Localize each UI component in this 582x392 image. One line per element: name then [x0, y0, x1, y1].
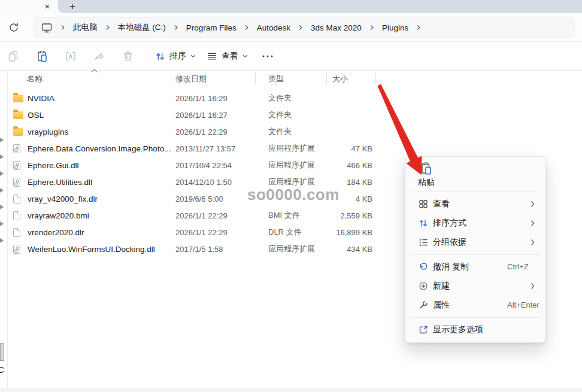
tree-expand-icon[interactable]	[0, 205, 4, 209]
menu-item-undo-copy[interactable]: 撤消 复制 Ctrl+Z	[408, 257, 543, 276]
column-header-row: 名称 修改日期 类型 大小	[0, 71, 582, 86]
file-row[interactable]: vrayplugins 2026/1/1 22:29 文件夹	[8, 123, 372, 140]
file-name: vray_v42000_fix.dlr	[28, 195, 171, 203]
breadcrumb-chevron-icon	[244, 25, 249, 31]
generic-file-icon	[13, 195, 20, 203]
menu-item-label: 查看	[433, 199, 450, 209]
folder-icon	[13, 111, 23, 119]
menu-item-new[interactable]: 新建	[408, 276, 543, 296]
file-row[interactable]: WeifenLuo.WinFormsUI.Docking.dll 2017/1/…	[8, 241, 372, 257]
sort-dropdown-button[interactable]: 排序	[150, 45, 201, 67]
file-name: vrayraw2020.bmi	[28, 211, 171, 220]
breadcrumb-autodesk[interactable]: Autodesk	[257, 23, 290, 32]
file-row[interactable]: NVIDIA 2026/1/1 16:29 文件夹	[8, 90, 372, 107]
status-bar-edge	[0, 388, 582, 392]
file-row[interactable]: Ephere.Data.Conversion.Image.Photo... 20…	[8, 140, 372, 157]
new-tab-button[interactable]: +	[66, 0, 79, 13]
menu-item-group-by[interactable]: 分组依据	[408, 233, 543, 252]
sort-arrows-icon	[419, 218, 428, 228]
sort-ascending-caret-icon	[90, 68, 98, 73]
column-header-name[interactable]: 名称	[27, 74, 43, 84]
file-date: 2026/1/1 22:29	[171, 211, 264, 220]
menu-item-label: 粘贴	[418, 177, 435, 188]
tree-expand-icon[interactable]	[0, 221, 4, 226]
dll-file-icon	[13, 245, 20, 254]
show-more-options-icon	[419, 325, 428, 335]
file-date: 2013/11/27 13:57	[171, 144, 264, 153]
column-header-date-modified[interactable]: 修改日期	[175, 74, 207, 84]
column-header-type[interactable]: 类型	[268, 74, 284, 84]
submenu-chevron-icon	[531, 200, 535, 208]
file-size: 466 KB	[336, 161, 372, 170]
file-row[interactable]: Ephere.Gui.dll 2017/10/4 22:54 应用程序扩展 46…	[8, 157, 372, 174]
file-type: 应用程序扩展	[264, 244, 336, 254]
tab-strip: × +	[0, 0, 582, 13]
generic-file-icon	[13, 211, 20, 220]
file-type: 应用程序扩展	[264, 143, 336, 154]
file-row[interactable]: vrayraw2020.bmi 2026/1/1 22:29 BMI 文件 2,…	[8, 207, 372, 224]
paste-button[interactable]	[31, 45, 53, 67]
menu-separator	[411, 317, 540, 318]
breadcrumb-this-pc[interactable]: 此电脑	[73, 22, 98, 33]
menu-item-paste[interactable]: 粘贴	[408, 159, 543, 189]
wrench-icon	[419, 300, 428, 310]
breadcrumb-local-disk-c[interactable]: 本地磁盘 (C:)	[118, 22, 166, 33]
file-size: 4 KB	[336, 195, 372, 203]
dll-file-icon	[13, 144, 20, 153]
scrollbar-thumb[interactable]	[0, 343, 4, 361]
tree-expand-icon[interactable]	[0, 238, 4, 243]
view-lines-icon	[207, 51, 217, 62]
file-name: WeifenLuo.WinFormsUI.Docking.dll	[28, 245, 171, 254]
file-list: NVIDIA 2026/1/1 16:29 文件夹 OSL 2026/1/1 1…	[8, 90, 372, 257]
tree-expand-icon[interactable]	[0, 138, 4, 142]
breadcrumb-3ds-max-2020[interactable]: 3ds Max 2020	[311, 23, 362, 32]
menu-item-show-more-options[interactable]: 显示更多选项	[408, 320, 543, 339]
file-row[interactable]: OSL 2026/1/1 16:27 文件夹	[8, 107, 372, 123]
refresh-icon[interactable]	[8, 22, 20, 34]
copy-button[interactable]	[2, 45, 24, 67]
file-type: 文件夹	[264, 126, 336, 137]
breadcrumb-program-files[interactable]: Program Files	[186, 23, 237, 32]
menu-item-properties[interactable]: 属性 Alt+Enter	[408, 296, 543, 315]
view-button-label: 查看	[222, 51, 238, 62]
command-toolbar: 排序 查看	[0, 42, 582, 71]
file-type: DLR 文件	[264, 227, 336, 238]
rename-button[interactable]	[60, 45, 81, 67]
file-size: 16,899 KB	[336, 228, 372, 237]
view-dropdown-button[interactable]: 查看	[201, 45, 253, 67]
file-explorer-window: × + 此电脑 本地磁盘 (C:) Program Files Autodesk…	[0, 0, 582, 392]
tree-expand-icon[interactable]	[0, 154, 4, 159]
share-button[interactable]	[89, 45, 110, 67]
file-name: NVIDIA	[28, 94, 171, 103]
this-pc-icon	[41, 22, 53, 34]
column-header-size[interactable]: 大小	[332, 74, 348, 84]
more-options-button[interactable]	[256, 45, 280, 67]
rename-icon	[65, 50, 77, 62]
menu-shortcut: Ctrl+Z	[507, 262, 529, 271]
file-date: 2017/1/5 1:58	[171, 245, 264, 254]
new-plus-icon	[419, 281, 428, 291]
file-date: 2026/1/1 22:29	[171, 228, 264, 237]
dll-file-icon	[13, 161, 20, 170]
address-bar[interactable]: 此电脑 本地磁盘 (C:) Program Files Autodesk 3ds…	[33, 17, 575, 38]
tree-expand-icon[interactable]	[0, 188, 4, 193]
menu-item-sort-by[interactable]: 排序方式	[408, 214, 543, 233]
menu-separator	[411, 254, 540, 255]
breadcrumb-plugins[interactable]: Plugins	[382, 23, 408, 32]
menu-item-view[interactable]: 查看	[408, 195, 543, 214]
submenu-chevron-icon	[531, 220, 535, 227]
delete-button[interactable]	[117, 45, 139, 67]
file-date: 2017/10/4 22:54	[171, 161, 264, 170]
file-date: 2026/1/1 16:29	[171, 94, 264, 103]
tree-expand-icon[interactable]	[0, 171, 4, 176]
breadcrumb-chevron-icon	[60, 25, 65, 31]
submenu-chevron-icon	[531, 239, 535, 246]
generic-file-icon	[13, 228, 20, 237]
tab-close-icon[interactable]: ×	[41, 1, 53, 13]
file-row[interactable]: vrender2020.dlr 2026/1/1 22:29 DLR 文件 16…	[8, 224, 372, 241]
chevron-down-icon	[190, 54, 196, 58]
breadcrumb-chevron-icon	[174, 25, 178, 31]
file-size: 47 KB	[336, 144, 372, 153]
breadcrumb-chevron-icon	[416, 25, 421, 31]
watermark-text: so0000.com	[247, 186, 340, 204]
